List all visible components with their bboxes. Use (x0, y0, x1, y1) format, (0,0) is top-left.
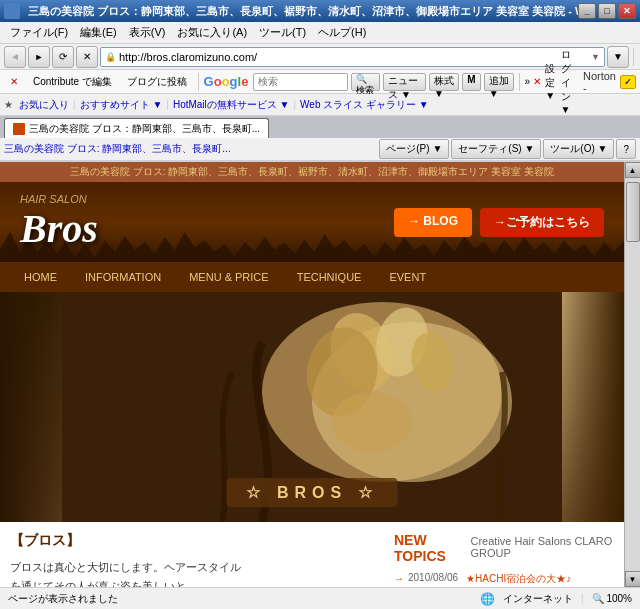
topic-date-0: 2010/08/06 (408, 572, 458, 583)
section-title: 【ブロス】 (10, 532, 379, 550)
menu-view[interactable]: 表示(V) (123, 23, 172, 42)
title-bar-text: 三島の美容院 ブロス：静岡東部、三島市、長泉町、裾野市、清水町、沼津市、御殿場市… (24, 4, 578, 19)
tab-favicon (13, 123, 25, 135)
header-buttons: → BLOG →ご予約はこちら (394, 208, 604, 237)
scroll-up-button[interactable]: ▲ (625, 162, 641, 178)
tab-bar: 三島の美容院 ブロス：静岡東部、三島市、長泉町... (0, 116, 640, 138)
google-search-box[interactable] (253, 73, 347, 91)
refresh-button[interactable]: ⟳ (52, 46, 74, 68)
close-button[interactable]: ✕ (618, 3, 636, 19)
new-topics-title: NEW TOPICS (394, 532, 463, 564)
menu-help[interactable]: ヘルプ(H) (312, 23, 372, 42)
news-button[interactable]: ニュース ▼ (383, 73, 426, 91)
contribute-x[interactable]: ✕ (4, 74, 24, 89)
page-btn[interactable]: ページ(P) ▼ (379, 139, 449, 159)
google-toolbar: ✕ Contribute で編集 ブログに投稿 Google 🔍 検索 ニュース… (0, 70, 640, 94)
address-lock-icon: 🔒 (105, 52, 116, 62)
norton-check-badge: ✓ (620, 75, 636, 89)
claro-title: Creative Hair Salons CLARO GROUP (471, 535, 615, 559)
stop-button[interactable]: ✕ (76, 46, 98, 68)
mail-button[interactable]: M (462, 73, 480, 91)
menu-tools[interactable]: ツール(T) (253, 23, 312, 42)
blog-post-btn[interactable]: ブログに投稿 (121, 73, 193, 91)
body-text: ブロスは真心と大切にします。ヘアースタイルを通じてその人が喜ぶ姿を美しいと感じて… (10, 558, 379, 587)
norton-login-btn[interactable]: ログイン ▼ (561, 48, 579, 115)
hero-image: ☆ BROS ☆ (0, 292, 624, 522)
site-logo-area: HAIR SALON Bros (20, 193, 98, 252)
google-search-button[interactable]: 🔍 検索 (351, 73, 381, 91)
breadcrumb: 三島の美容院 ブロス: 静岡東部、三島市、長泉町... (4, 142, 377, 156)
page-nav-toolbar: 三島の美容院 ブロス: 静岡東部、三島市、長泉町... ページ(P) ▼ セーフ… (0, 138, 640, 162)
zone-text: インターネット (503, 592, 573, 606)
tab-label: 三島の美容院 ブロス：静岡東部、三島市、長泉町... (29, 122, 260, 136)
scroll-track[interactable] (625, 178, 641, 571)
sep-status: | (581, 593, 584, 604)
scrollbar[interactable]: ▲ ▼ (624, 162, 640, 587)
safety-btn[interactable]: セーフティ(S) ▼ (451, 139, 541, 159)
hero-overlay: ☆ BROS ☆ (226, 478, 397, 507)
title-bar-icon (4, 3, 20, 19)
google-add-button[interactable]: 追加 ▼ (484, 73, 514, 91)
google-logo: Google (204, 74, 249, 89)
site-nav: HOME INFORMATION MENU & PRICE TECHNIQUE … (0, 262, 624, 292)
hero-text: ☆ BROS ☆ (246, 484, 377, 501)
menu-edit[interactable]: 編集(E) (74, 23, 123, 42)
zoom-text: 🔍 100% (592, 593, 632, 604)
google-search-input[interactable] (254, 76, 346, 87)
status-text: ページが表示されました (8, 592, 480, 606)
norton-settings-btn[interactable]: 設定 ▼ (545, 62, 556, 101)
hero-dark-right (544, 292, 624, 522)
right-column: NEW TOPICS Creative Hair Salons CLARO GR… (394, 532, 614, 587)
title-bar: 三島の美容院 ブロス：静岡東部、三島市、長泉町、裾野市、清水町、沼津市、御殿場市… (0, 0, 640, 22)
links-label: ★ (4, 99, 13, 110)
nav-event[interactable]: EVENT (375, 262, 440, 292)
site-logo: Bros (20, 205, 98, 252)
menu-file[interactable]: ファイル(F) (4, 23, 74, 42)
status-bar: ページが表示されました 🌐 インターネット | 🔍 100% (0, 587, 640, 609)
svg-point-7 (332, 392, 412, 452)
norton-area: ✕ 設定 ▼ ログイン ▼ Norton - ✓ (533, 48, 636, 115)
menu-bar: ファイル(F) 編集(E) 表示(V) お気に入り(A) ツール(T) ヘルプ(… (0, 22, 640, 44)
minimize-button[interactable]: _ (578, 3, 596, 19)
maximize-button[interactable]: □ (598, 3, 616, 19)
tools-btn[interactable]: ツール(O) ▼ (543, 139, 614, 159)
link-favorites[interactable]: お気に入り (19, 98, 69, 112)
topic-item-0: → 2010/08/06 ★HACHI宿泊会の大★♪ (394, 572, 614, 586)
double-arrow-btn[interactable]: » (525, 76, 531, 87)
nav-technique[interactable]: TECHNIQUE (283, 262, 376, 292)
stock-button[interactable]: 株式 ▼ (429, 73, 459, 91)
scroll-thumb[interactable] (626, 182, 640, 242)
address-input[interactable] (119, 51, 591, 63)
nav-home[interactable]: HOME (10, 262, 71, 292)
active-tab[interactable]: 三島の美容院 ブロス：静岡東部、三島市、長泉町... (4, 118, 269, 138)
site-breadcrumb: 三島の美容院 ブロス: 静岡東部、三島市、長泉町、裾野市、清水町、沼津市、御殿場… (0, 162, 624, 182)
norton-x-btn[interactable]: ✕ (533, 76, 541, 87)
back-button[interactable]: ◄ (4, 46, 26, 68)
contribute-edit[interactable]: Contribute で編集 (27, 73, 118, 91)
nav-information[interactable]: INFORMATION (71, 262, 175, 292)
forward-button[interactable]: ► (28, 46, 50, 68)
sep-google-1 (198, 73, 199, 91)
title-bar-buttons: _ □ ✕ (578, 3, 636, 19)
topic-link-0[interactable]: ★HACHI宿泊会の大★♪ (466, 572, 571, 586)
address-bar[interactable]: 🔒 ▼ (100, 47, 605, 67)
scroll-down-button[interactable]: ▼ (625, 571, 641, 587)
help-btn[interactable]: ? (616, 139, 636, 159)
site-header: HAIR SALON Bros → BLOG →ご予約はこちら (0, 182, 624, 262)
reservation-button[interactable]: →ご予約はこちら (480, 208, 604, 237)
nav-menu-price[interactable]: MENU & PRICE (175, 262, 282, 292)
website: 三島の美容院 ブロス: 静岡東部、三島市、長泉町、裾野市、清水町、沼津市、御殿場… (0, 162, 624, 587)
link-webslice[interactable]: Web スライス ギャラリー ▼ (300, 98, 429, 112)
content-area[interactable]: 三島の美容院 ブロス: 静岡東部、三島市、長泉町、裾野市、清水町、沼津市、御殿場… (0, 162, 624, 587)
menu-favorites[interactable]: お気に入り(A) (171, 23, 253, 42)
link-recommended[interactable]: おすすめサイト ▼ (80, 98, 163, 112)
site-logo-small: HAIR SALON (20, 193, 98, 205)
internet-icon: 🌐 (480, 592, 495, 606)
status-right: 🌐 インターネット | 🔍 100% (480, 592, 632, 606)
topics-header: NEW TOPICS Creative Hair Salons CLARO GR… (394, 532, 614, 568)
left-column: 【ブロス】 ブロスは真心と大切にします。ヘアースタイルを通じてその人が喜ぶ姿を美… (10, 532, 379, 587)
main-content: 【ブロス】 ブロスは真心と大切にします。ヘアースタイルを通じてその人が喜ぶ姿を美… (0, 522, 624, 587)
blog-button[interactable]: → BLOG (394, 208, 472, 237)
breadcrumb-link[interactable]: 三島の美容院 ブロス: 静岡東部、三島市、長泉町... (4, 143, 231, 154)
link-hotmail[interactable]: HotMailの無料サービス ▼ (173, 98, 290, 112)
